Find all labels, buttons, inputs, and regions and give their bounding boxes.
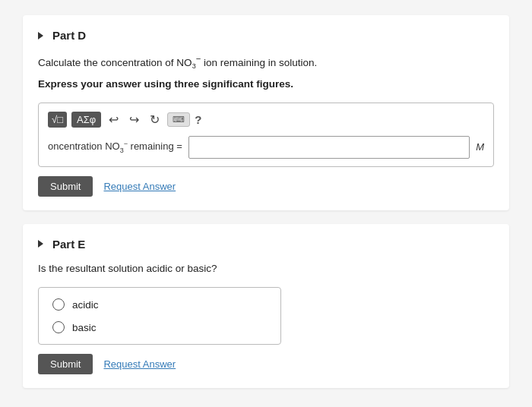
page: Part D Calculate the concentration of NO… — [0, 0, 532, 407]
collapse-icon-d[interactable] — [38, 32, 43, 39]
part-e-label: Part E — [52, 238, 85, 251]
toolbar: √□ ΑΣφ ↩ ↪ ↻ ⌨ ? — [48, 111, 484, 128]
part-d-btn-row: Submit Request Answer — [38, 176, 494, 197]
keyboard-icon[interactable]: ⌨ — [167, 112, 190, 127]
concentration-input[interactable] — [188, 136, 470, 159]
part-d-submit-button[interactable]: Submit — [38, 176, 93, 197]
part-e-btn-row: Submit Request Answer — [38, 354, 494, 374]
undo-button[interactable]: ↩ — [106, 111, 122, 128]
radio-basic[interactable] — [52, 321, 65, 333]
part-e-submit-button[interactable]: Submit — [38, 354, 93, 374]
unit-label: M — [470, 141, 484, 153]
radical-button[interactable]: √□ — [48, 112, 67, 128]
acidic-label: acidic — [72, 299, 99, 311]
part-d-header: Part D — [38, 29, 494, 42]
answer-row: oncentration NO3− remaining = M — [48, 136, 484, 159]
part-e-header: Part E — [38, 238, 494, 251]
refresh-button[interactable]: ↻ — [147, 111, 163, 128]
part-e-request-answer[interactable]: Request Answer — [103, 358, 176, 370]
redo-button[interactable]: ↪ — [126, 111, 142, 128]
part-e-section: Part E Is the resultant solution acidic … — [23, 224, 509, 388]
concentration-label: oncentration NO3− remaining = — [48, 140, 188, 154]
option-basic[interactable]: basic — [52, 321, 267, 333]
radio-acidic[interactable] — [52, 298, 65, 311]
part-d-request-answer[interactable]: Request Answer — [103, 181, 176, 192]
part-d-input-area: √□ ΑΣφ ↩ ↪ ↻ ⌨ ? — [38, 103, 494, 167]
greek-button[interactable]: ΑΣφ — [71, 112, 101, 128]
part-d-bold-question: Express your answer using three signific… — [38, 77, 494, 92]
part-d-question: Calculate the concentration of NO3− ion … — [38, 52, 494, 72]
part-e-question: Is the resultant solution acidic or basi… — [38, 261, 494, 276]
options-box: acidic basic — [38, 287, 281, 345]
basic-label: basic — [72, 322, 97, 333]
part-d-section: Part D Calculate the concentration of NO… — [23, 15, 509, 210]
option-acidic[interactable]: acidic — [52, 298, 267, 311]
help-icon[interactable]: ? — [195, 113, 201, 126]
collapse-icon-e[interactable] — [38, 240, 43, 248]
part-d-label: Part D — [52, 29, 86, 42]
